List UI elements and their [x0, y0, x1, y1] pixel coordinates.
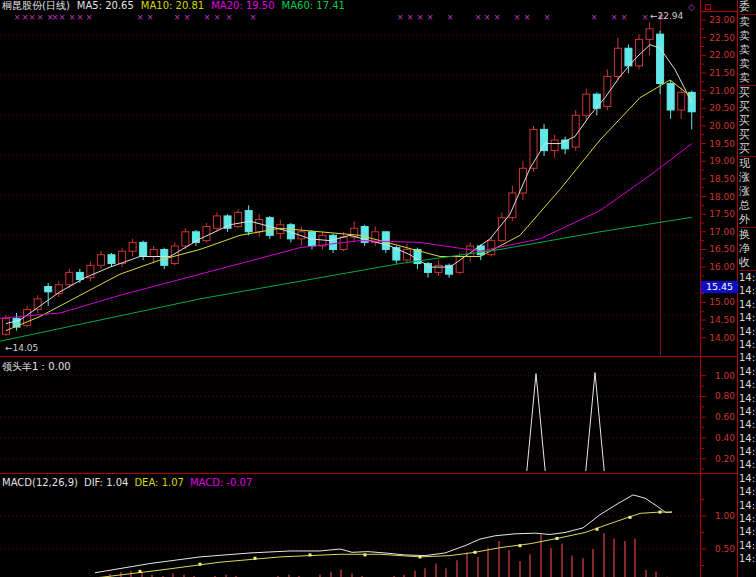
sell-signal-x-mark: ×: [642, 13, 649, 22]
axis-label: 19.50: [709, 139, 735, 149]
quote-row-label: 卖: [739, 43, 756, 57]
candle-body[interactable]: [108, 255, 115, 264]
candles-group[interactable]: [3, 22, 696, 336]
quote-sidebar[interactable]: 委卖卖卖卖卖买买买买买现涨涨总外换净收14:514:514:514:514:51…: [739, 0, 756, 577]
candle-body[interactable]: [235, 212, 242, 226]
candle-body[interactable]: [583, 94, 590, 115]
quote-row-label: 卖: [739, 57, 756, 71]
candle-body[interactable]: [97, 255, 104, 266]
tick-time-row: 14:5: [739, 378, 756, 391]
candle-body[interactable]: [614, 48, 621, 76]
price-annotation: ←14.05: [5, 343, 38, 353]
quote-row-label: 卖: [739, 15, 756, 29]
dea-dot: [659, 511, 662, 514]
quote-group: 换净收: [739, 228, 756, 271]
dea-dot: [254, 557, 257, 560]
candle-body[interactable]: [150, 249, 157, 256]
candle-body[interactable]: [330, 235, 337, 249]
candle-body[interactable]: [657, 34, 664, 83]
sell-signal-x-mark: ×: [147, 13, 154, 22]
tick-time-row: 14:5: [739, 458, 756, 471]
candle-body[interactable]: [214, 216, 221, 228]
sell-signal-x-mark: ×: [544, 13, 551, 22]
quote-group: 卖卖卖卖卖: [739, 15, 756, 86]
sell-signal-x-mark: ×: [427, 13, 434, 22]
axis-label: 20.50: [709, 103, 735, 113]
candle-body[interactable]: [45, 287, 52, 292]
candle-body[interactable]: [382, 232, 389, 250]
tick-time-row: 14:5: [739, 325, 756, 338]
candle-body[interactable]: [66, 272, 73, 284]
sell-signal-x-mark: ×: [407, 13, 414, 22]
dea-dot: [309, 553, 312, 556]
candle-body[interactable]: [161, 249, 168, 265]
sell-signal-x-mark: ×: [14, 13, 21, 22]
tdx-chart-window: ××××××××××××××××××××××××××××××××××←22.94…: [0, 0, 756, 577]
candle-body[interactable]: [646, 29, 653, 40]
sell-signal-x-mark: ×: [69, 13, 76, 22]
tick-time-row: 14:5: [739, 405, 756, 418]
candle-body[interactable]: [256, 219, 263, 231]
sell-signal-x-mark: ×: [174, 13, 181, 22]
axis-label: 15.00: [709, 297, 735, 307]
candle-body[interactable]: [488, 241, 495, 255]
axis-label: 16.00: [709, 262, 735, 272]
main-price-panel: [0, 13, 700, 355]
candle-body[interactable]: [678, 92, 685, 110]
quote-row-label: 买: [739, 128, 756, 142]
tick-time-row: 14:5: [739, 512, 756, 525]
axis-label: 0.20: [715, 454, 735, 464]
sell-signal-x-mark: ×: [475, 13, 482, 22]
tick-time-row: 14:5: [739, 472, 756, 485]
quote-row-label: 外: [739, 213, 756, 227]
candle-body[interactable]: [140, 242, 147, 256]
quote-group: 买买买买买: [739, 86, 756, 157]
candlestick-chart[interactable]: ××××××××××××××××××××××××××××××××××←22.94…: [0, 0, 756, 577]
sell-signal-x-mark: ×: [204, 13, 211, 22]
candle-body[interactable]: [541, 129, 548, 150]
axis-label: 21.50: [709, 68, 735, 78]
candle-body[interactable]: [667, 84, 674, 110]
sell-signal-x-mark: ×: [137, 13, 144, 22]
diamond-icon: ◇: [688, 2, 695, 12]
tick-time-row: 14:5: [739, 499, 756, 512]
axis-label: 16.50: [709, 244, 735, 254]
dea-dot: [474, 551, 477, 554]
candle-body[interactable]: [551, 140, 558, 151]
candle-body[interactable]: [182, 232, 189, 246]
quote-row-label: 买: [739, 114, 756, 128]
signal-panel: [0, 373, 700, 480]
sell-signal-x-mark: ×: [86, 13, 93, 22]
candle-body[interactable]: [435, 265, 442, 272]
sell-signal-x-mark: ×: [397, 13, 404, 22]
tick-time-row: 14:5: [739, 392, 756, 405]
quote-row-label: 卖: [739, 71, 756, 85]
axis-label: 20.00: [709, 121, 735, 131]
dea-dot: [519, 544, 522, 547]
price-annotation: ←22.94: [650, 11, 684, 21]
quote-group: 现涨涨总外: [739, 157, 756, 228]
candle-body[interactable]: [129, 242, 136, 251]
tick-time-row: 14:5: [739, 432, 756, 445]
candle-body[interactable]: [203, 227, 210, 241]
tick-time-row: 14:5: [739, 485, 756, 498]
candle-body[interactable]: [3, 318, 10, 334]
axis-label: 1.00: [715, 511, 735, 521]
axis-label: 0.60: [715, 412, 735, 422]
quote-row-label: 涨: [739, 185, 756, 199]
signal-spike: [526, 374, 546, 480]
tick-time-row: 14:5: [739, 418, 756, 431]
candle-body[interactable]: [76, 272, 83, 279]
candle-body[interactable]: [593, 94, 600, 108]
axis-label: 1.00: [715, 371, 735, 381]
axis-label: 19.00: [709, 156, 735, 166]
quote-row-label: 买: [739, 86, 756, 100]
sell-signal-x-mark: ×: [417, 13, 424, 22]
dea-dot: [199, 563, 202, 566]
quote-row-label: 净: [739, 242, 756, 256]
sell-signal-x-mark: ×: [226, 13, 233, 22]
axis-label: 18.50: [709, 174, 735, 184]
ma5-line: [6, 45, 692, 324]
axis-label: 0.50: [715, 544, 735, 554]
axis-label: 17.00: [709, 227, 735, 237]
